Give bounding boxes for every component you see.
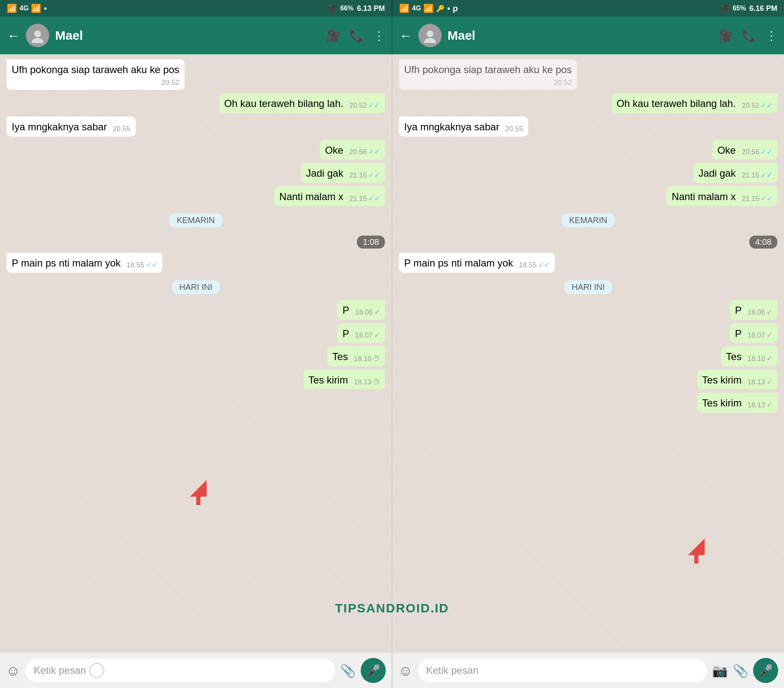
input-bar-left: ☺ Ketik pesan 📎 🎤 xyxy=(0,653,392,688)
bubble-sent: Nanti malam x 21.15 ✓✓ xyxy=(667,186,777,206)
svg-point-3 xyxy=(424,38,436,43)
time-divider-right: 4:08 xyxy=(399,236,777,249)
contact-name-right[interactable]: Mael xyxy=(448,28,712,43)
table-row: Ufh pokonga siap taraweh aku ke pos 20.5… xyxy=(399,59,777,90)
phone-icon-left[interactable]: 📞 xyxy=(349,29,364,43)
network-type-right: 4G xyxy=(412,5,421,12)
chat-messages-left: Ufh pokonga siap taraweh aku ke pos 20.5… xyxy=(0,54,392,653)
status-bar-right: 📶 4G 📶 🔑 ▪ p ⬛ 65% 6.16 PM xyxy=(392,0,784,17)
table-row: Jadi gak 21.15 ✓✓ xyxy=(7,163,385,183)
signal-icon2-right: 📶 xyxy=(423,3,434,13)
message-input-right[interactable]: Ketik pesan xyxy=(418,659,707,682)
bubble-sent: Oh kau teraweh bilang lah. 20.52 ✓✓ xyxy=(612,93,777,113)
svg-point-0 xyxy=(34,30,41,37)
table-row: Tes 18.10 ⏱ xyxy=(7,346,385,366)
status-bar-left: 📶 4G 📶 ▪ ⬛ 66% 6.13 PM xyxy=(0,0,392,17)
bubble-sent: P 18.06 ✓ xyxy=(337,300,385,320)
date-divider-hariini-right: HARI INI xyxy=(399,280,777,294)
table-row: Tes 18.10 ✓ xyxy=(399,346,777,366)
bubble-sent: Jadi gak 21.15 ✓✓ xyxy=(301,163,385,183)
menu-icon-right[interactable]: ⋮ xyxy=(766,29,777,43)
table-row: Jadi gak 21.15 ✓✓ xyxy=(399,163,777,183)
mic-button-left[interactable]: 🎤 xyxy=(361,658,386,683)
cast-icon-right: ⬛ xyxy=(721,5,729,13)
red-arrow-right xyxy=(680,534,713,569)
signal-icon-left: 📶 xyxy=(7,3,17,13)
table-row: Oh kau teraweh bilang lah. 20.52 ✓✓ xyxy=(399,93,777,113)
bubble-received: Iya mngkaknya sabar 20.55 xyxy=(399,117,528,137)
table-row: P main ps nti malam yok 18.55 ✓✓ xyxy=(399,253,777,273)
signal-icon-right: 📶 xyxy=(399,3,410,13)
table-row: Tes kirim 18.13 ✓ xyxy=(399,370,777,390)
contact-name-left[interactable]: Mael xyxy=(55,28,320,43)
time-divider-left: 1:08 xyxy=(7,236,385,249)
table-row: Iya mngkaknya sabar 20.55 xyxy=(399,117,777,137)
bubble-sent: P 18.07 ✓ xyxy=(730,323,777,343)
table-row: Oke 20.56 ✓✓ xyxy=(399,140,777,160)
bubble-sent: P 18.07 ✓ xyxy=(337,323,385,343)
bubble-sent: Tes kirim 18.13 ✓ xyxy=(697,393,777,413)
svg-point-1 xyxy=(32,38,43,43)
camera-button-right[interactable]: 📷 xyxy=(712,663,728,678)
table-row: Tes kirim 18.13 ✓ xyxy=(399,393,777,413)
time-left: 6.13 PM xyxy=(357,4,385,13)
back-button-right[interactable]: ← xyxy=(399,28,412,43)
video-call-icon-left[interactable]: 🎥 xyxy=(326,29,340,43)
bubble-received: Ufh pokonga siap taraweh aku ke pos 20.5… xyxy=(7,59,185,90)
time-right: 6.16 PM xyxy=(749,4,777,13)
video-call-icon-right[interactable]: 🎥 xyxy=(718,29,733,43)
header-left: ← Mael 🎥 📞 ⋮ xyxy=(0,17,392,54)
table-row: Tes kirim 18.13 ⏱ xyxy=(7,370,385,390)
attach-button-left[interactable]: 📎 xyxy=(340,663,356,678)
table-row: Nanti malam x 21.15 ✓✓ xyxy=(7,186,385,206)
bubble-received: P main ps nti malam yok 18.55 ✓✓ xyxy=(7,253,162,273)
bubble-sent: Oh kau teraweh bilang lah. 20.52 ✓✓ xyxy=(219,93,385,113)
red-arrow-left xyxy=(182,476,215,511)
cast-icon-left: ⬛ xyxy=(329,5,337,13)
message-input-left[interactable]: Ketik pesan xyxy=(25,659,335,682)
avatar-left xyxy=(26,24,49,47)
back-button-left[interactable]: ← xyxy=(7,28,20,43)
bubble-sent: Tes 18.10 ⏱ xyxy=(327,346,385,366)
table-row: Nanti malam x 21.15 ✓✓ xyxy=(399,186,777,206)
bubble-received: Iya mngkaknya sabar 20.55 xyxy=(7,117,136,137)
input-bar-right: ☺ Ketik pesan 📷 📎 🎤 xyxy=(392,653,784,688)
network-type-left: 4G xyxy=(20,5,28,12)
chat-panel-right: Ufh pokonga siap taraweh aku ke pos 20.5… xyxy=(392,54,784,653)
key-icon-right: 🔑 xyxy=(436,5,445,13)
bubble-sent: Tes kirim 18.13 ⏱ xyxy=(303,370,385,390)
bubble-received: P main ps nti malam yok 18.55 ✓✓ xyxy=(399,253,555,273)
menu-icon-left[interactable]: ⋮ xyxy=(373,29,385,43)
sticker-icon-left xyxy=(89,663,104,678)
mic-icon-left: 🎤 xyxy=(366,664,381,678)
battery-left: 66% xyxy=(340,5,354,12)
bubble-received: Ufh pokonga siap taraweh aku ke pos 20.5… xyxy=(399,59,577,90)
mic-icon-right: 🎤 xyxy=(759,664,773,678)
table-row: P 18.07 ✓ xyxy=(7,323,385,343)
table-row: Oke 20.56 ✓✓ xyxy=(7,140,385,160)
svg-point-2 xyxy=(427,30,433,37)
table-row: P 18.06 ✓ xyxy=(7,300,385,320)
header-right: ← Mael 🎥 📞 ⋮ xyxy=(392,17,784,54)
table-row: Ufh pokonga siap taraweh aku ke pos 20.5… xyxy=(7,59,385,90)
date-divider-kemarin-left: KEMARIN xyxy=(7,213,385,227)
bubble-sent: Oke 20.56 ✓✓ xyxy=(712,140,777,160)
emoji-button-left[interactable]: ☺ xyxy=(6,663,20,679)
camera-icon-status-left: ▪ xyxy=(44,4,47,13)
emoji-button-right[interactable]: ☺ xyxy=(398,663,413,679)
bubble-sent: Nanti malam x 21.15 ✓✓ xyxy=(274,186,385,206)
bubble-sent: Tes 18.10 ✓ xyxy=(721,346,777,366)
chat-panel-left: Ufh pokonga siap taraweh aku ke pos 20.5… xyxy=(0,54,392,653)
table-row: P 18.06 ✓ xyxy=(399,300,777,320)
mic-button-right[interactable]: 🎤 xyxy=(753,658,778,683)
chat-messages-right: Ufh pokonga siap taraweh aku ke pos 20.5… xyxy=(392,54,784,653)
camera-icon-status-right: ▪ xyxy=(447,4,450,13)
bubble-sent: Oke 20.56 ✓✓ xyxy=(320,140,385,160)
table-row: Oh kau teraweh bilang lah. 20.52 ✓✓ xyxy=(7,93,385,113)
attach-button-right[interactable]: 📎 xyxy=(733,663,748,678)
signal-icon2-left: 📶 xyxy=(31,3,41,13)
p-label: p xyxy=(453,4,458,13)
phone-icon-right[interactable]: 📞 xyxy=(742,29,756,43)
table-row: P main ps nti malam yok 18.55 ✓✓ xyxy=(7,253,385,273)
date-divider-kemarin-right: KEMARIN xyxy=(399,213,777,227)
